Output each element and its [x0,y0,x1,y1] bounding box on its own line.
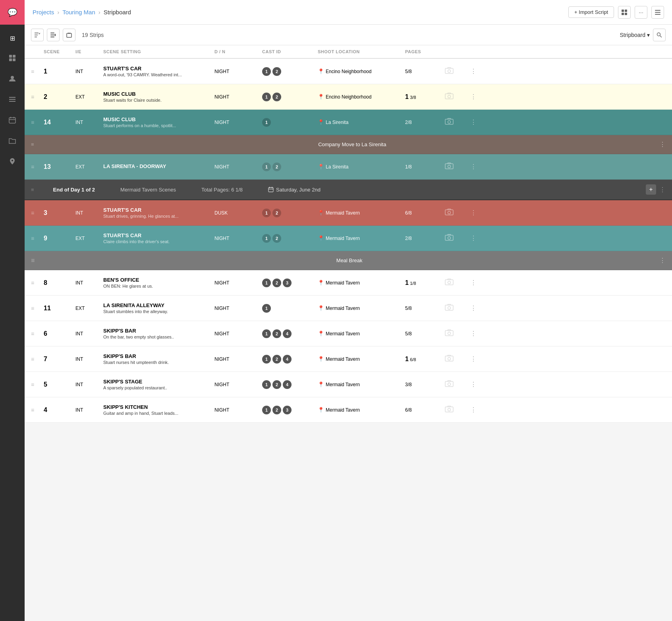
sidebar-item-location[interactable] [0,152,25,172]
table-row: ≡ 9 EXT STUART'S CAR Claire climbs into … [25,226,672,251]
search-button[interactable] [653,29,666,41]
cast-badge: 1 [262,118,271,127]
sidebar-item-schedule[interactable] [0,90,25,110]
delete-button[interactable] [63,29,75,41]
cast-icon [8,75,16,85]
camera-icon [442,403,465,417]
breadcrumb-projects[interactable]: Projects [33,9,54,15]
day-scenes-label: Mermaid Tavern Scenes [120,187,176,193]
drag-handle[interactable]: ≡ [28,354,41,365]
scene-ie: INT [72,208,100,218]
cast-badge: 1 [262,355,271,364]
row-more-button[interactable]: ⋮ [465,327,481,340]
list-view-button[interactable] [651,6,664,19]
import-script-button[interactable]: + Import Script [568,6,614,18]
svg-rect-27 [67,33,71,37]
pin-icon: 📍 [318,407,324,413]
shoot-location: 📍 Mermaid Tavern [315,354,402,364]
row-more-button[interactable]: ⋮ [465,353,481,365]
scene-setting: SKIPP'S BAR Stuart nurses hit umpteenth … [100,351,211,367]
sidebar-item-home[interactable]: ⊞ [0,28,25,48]
shoot-location: 📍 Mermaid Tavern [315,379,402,390]
drag-handle[interactable]: ≡ [28,303,41,314]
cast-badge: 1 [262,406,271,414]
svg-point-50 [448,281,451,284]
svg-line-32 [660,35,662,37]
camera-icon [442,377,465,391]
drag-handle[interactable]: ≡ [28,207,41,219]
cast-ids: 1 2 4 [259,327,315,340]
drag-handle[interactable]: ≡ [28,233,41,244]
breadcrumb-sep2: › [98,9,100,15]
row-more-button[interactable]: ⋮ [465,378,481,391]
th-pages: PAGES [402,45,442,58]
pin-icon: 📍 [318,94,324,100]
row-more-button[interactable]: ⋮ [465,232,481,244]
row-more-button[interactable]: ⋮ [465,65,481,77]
th-scene: SCENE [41,45,72,58]
drag-handle[interactable]: ≡ [31,257,35,264]
row-more-button[interactable]: ⋮ [465,91,481,103]
scene-number: 3 [41,207,72,219]
row-more-button[interactable]: ⋮ [465,302,481,314]
scene-ie: INT [72,354,100,364]
shoot-location: 📍 Encino Neighborhood [315,91,402,102]
sort-button[interactable] [31,29,44,41]
shoot-location: 📍 Encino Neighborhood [315,66,402,77]
svg-rect-2 [9,58,12,61]
drag-handle[interactable]: ≡ [28,117,41,128]
svg-rect-22 [50,33,54,33]
row-more-button[interactable]: ⋮ [465,116,481,128]
sidebar-item-folder[interactable] [0,131,25,152]
cast-badge: 2 [272,163,281,171]
grid-view-button[interactable] [618,6,631,19]
cast-badge: 1 [262,209,271,217]
svg-rect-41 [268,188,273,192]
drag-handle[interactable]: ≡ [28,91,41,103]
scene-number: 13 [41,161,72,173]
drag-handle[interactable]: ≡ [28,404,41,416]
table-row: ≡ 11 EXT LA SIRENITA ALLEYWAY Stuart stu… [25,296,672,321]
pin-icon: 📍 [318,331,324,337]
day-end-more-button[interactable]: ⋮ [659,186,666,193]
breadcrumb-project[interactable]: Touring Man [62,9,95,15]
add-strip-button[interactable] [47,29,60,41]
scene-dn: NIGHT [211,303,259,313]
row-more-button[interactable]: ⋮ [465,277,481,289]
svg-rect-0 [9,55,12,58]
sidebar-item-cast[interactable] [0,69,25,90]
camera-icon [442,301,465,315]
row-more-button[interactable]: ⋮ [465,207,481,219]
svg-rect-5 [9,97,15,98]
drag-handle[interactable]: ≡ [28,161,41,172]
sidebar-item-calendar[interactable] [0,110,25,131]
table-container[interactable]: SCENE I/E SCENE SETTING D / N CAST ID SH… [25,45,672,621]
svg-point-4 [11,76,14,79]
banner-more-button[interactable]: ⋮ [659,141,666,148]
camera-icon [442,206,465,220]
more-options-button[interactable]: ··· [635,6,647,19]
table-row: ≡ 2 EXT MUSIC CLUB Stuart waits for Clai… [25,84,672,110]
view-select[interactable]: Stripboard ▾ [620,32,650,38]
row-more-button[interactable]: ⋮ [465,404,481,416]
home-icon: ⊞ [10,35,15,42]
scene-dn: NIGHT [211,379,259,390]
drag-handle[interactable]: ≡ [28,277,41,288]
scene-dn: NIGHT [211,278,259,288]
drag-handle[interactable]: ≡ [28,328,41,339]
drag-handle[interactable]: ≡ [28,379,41,390]
th-camera [442,45,465,58]
scene-setting: STUART'S CAR Stuart drives, grinning. He… [100,205,211,221]
drag-handle[interactable]: ≡ [28,66,41,77]
pages: 1/8 [402,162,442,172]
scene-ie: INT [72,329,100,339]
th-more [465,45,481,58]
row-more-button[interactable]: ⋮ [465,161,481,173]
sidebar-item-boards[interactable] [0,48,25,69]
add-day-button[interactable]: + [646,184,656,195]
day-end-drag-handle[interactable]: ≡ [31,187,34,193]
app-logo[interactable]: 💬 [0,0,25,25]
svg-rect-8 [9,118,15,123]
meal-more-button[interactable]: ⋮ [659,257,666,264]
drag-handle[interactable]: ≡ [31,141,34,147]
